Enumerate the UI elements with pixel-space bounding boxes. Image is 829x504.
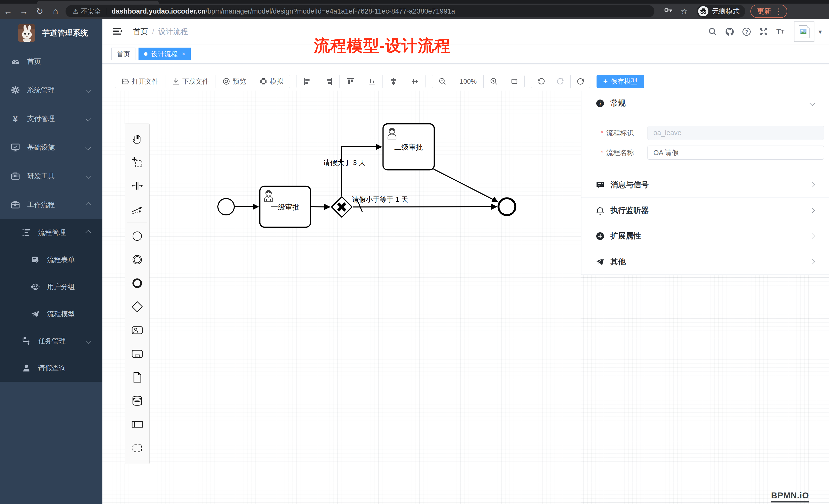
create-call-activity[interactable] (125, 342, 149, 365)
field-label: 流程标识 (606, 128, 643, 138)
section-message-signal[interactable]: 消息与信号 (581, 172, 829, 198)
global-connect-tool[interactable] (125, 197, 149, 221)
create-intermediate-event[interactable] (125, 248, 149, 271)
back-icon[interactable]: ← (0, 6, 16, 16)
required-marker: * (601, 149, 606, 157)
align-left-icon[interactable] (296, 75, 318, 88)
github-icon[interactable] (721, 27, 738, 37)
address-bar[interactable]: ⚠ 不安全 dashboard.yudao.iocoder.cn /bpm/ma… (66, 5, 654, 17)
breadcrumb-home[interactable]: 首页 (133, 27, 148, 37)
create-group[interactable] (125, 436, 149, 460)
required-marker: * (601, 129, 606, 137)
chevron-right-icon (809, 259, 815, 264)
create-end-event[interactable] (125, 271, 149, 295)
font-size-icon[interactable]: TT (772, 27, 789, 36)
incognito-badge: 无痕模式 (697, 5, 745, 18)
section-other[interactable]: 其他 (581, 249, 829, 274)
update-button[interactable]: 更新 ⋮ (750, 5, 787, 18)
zoom-in-button[interactable] (483, 75, 504, 88)
form-icon (31, 255, 40, 264)
svg-text:i: i (599, 100, 601, 107)
space-tool[interactable] (125, 174, 149, 197)
avatar[interactable] (794, 22, 815, 42)
fit-viewport-button[interactable] (504, 75, 524, 88)
section-execution-listener[interactable]: 执行监听器 (581, 198, 829, 223)
sidebar-submenu: 流程管理 流程表单 用户分组 流程模型 任务管理 请假 (0, 219, 102, 382)
process-name-input[interactable] (647, 146, 824, 160)
sidebar-item-infra[interactable]: 基础设施 (0, 133, 102, 162)
app-logo[interactable]: 芋道管理系统 (0, 19, 102, 47)
align-center-v-icon[interactable] (404, 75, 426, 88)
hand-tool[interactable] (125, 127, 149, 150)
tab-home[interactable]: 首页 (111, 48, 136, 61)
create-data-store[interactable] (125, 389, 149, 413)
bpmn-palette (125, 124, 149, 464)
sidebar-item-workflow[interactable]: 工作流程 (0, 190, 102, 219)
process-key-input[interactable] (647, 126, 824, 140)
browser-menu-icon[interactable]: ⋮ (775, 7, 783, 16)
home-icon[interactable]: ⌂ (48, 6, 64, 16)
create-gateway[interactable] (125, 295, 149, 318)
bpmn-io-watermark[interactable]: BPMN.iO (771, 491, 809, 502)
create-start-event[interactable] (125, 224, 149, 248)
browser-chrome: ← → ↻ ⌂ ⚠ 不安全 dashboard.yudao.iocoder.cn… (0, 0, 829, 19)
sidebar-item-task-mgmt[interactable]: 任务管理 (0, 327, 102, 355)
align-center-h-icon[interactable] (383, 75, 404, 88)
sidebar-item-process-mgmt[interactable]: 流程管理 (0, 219, 102, 246)
sidebar-item-process-form[interactable]: 流程表单 (0, 246, 102, 273)
create-user-task[interactable] (125, 318, 149, 342)
bookmark-star-icon[interactable]: ☆ (681, 6, 688, 16)
create-data-object[interactable] (125, 365, 149, 389)
download-file-button[interactable]: 下载文件 (165, 75, 216, 88)
preview-button[interactable]: 预览 (216, 75, 253, 88)
sidebar-item-devtools[interactable]: 研发工具 (0, 162, 102, 190)
tab-design-process[interactable]: 设计流程 × (139, 48, 191, 61)
tab-label: 设计流程 (151, 50, 178, 59)
canvas-fade (102, 90, 581, 504)
save-model-button[interactable]: + 保存模型 (597, 75, 644, 88)
undo-icon[interactable] (531, 75, 551, 88)
align-right-icon[interactable] (318, 75, 339, 88)
close-icon[interactable]: × (182, 50, 185, 57)
sidebar-item-process-model[interactable]: 流程模型 (0, 300, 102, 327)
align-top-icon[interactable] (339, 75, 361, 88)
search-icon[interactable] (704, 27, 721, 36)
sidebar-item-label: 流程表单 (47, 255, 75, 264)
zoom-out-button[interactable] (432, 75, 453, 88)
sidebar-item-payment[interactable]: ¥ 支付管理 (0, 104, 102, 133)
paper-plane-icon (31, 309, 40, 318)
chevron-right-icon (809, 233, 815, 239)
caret-down-icon[interactable]: ▾ (819, 28, 822, 36)
section-label: 执行监听器 (610, 205, 649, 216)
simulate-button[interactable]: 模拟 (253, 75, 290, 88)
hamburger-icon[interactable] (113, 27, 122, 36)
plus-icon: + (603, 77, 608, 86)
open-file-button[interactable]: 打开文件 (115, 75, 165, 88)
forward-icon[interactable]: → (16, 6, 32, 16)
sidebar-item-label: 系统管理 (27, 85, 55, 95)
security-label[interactable]: 不安全 (81, 7, 101, 16)
tags-view-bar: 首页 设计流程 × (102, 44, 829, 64)
sidebar-item-user-group[interactable]: 用户分组 (0, 273, 102, 300)
sidebar-item-leave-query[interactable]: 请假查询 (0, 355, 102, 382)
reload-icon[interactable]: ↻ (32, 6, 48, 16)
create-participant[interactable] (125, 413, 149, 436)
password-key-icon[interactable] (663, 6, 673, 16)
sidebar-item-home[interactable]: 首页 (0, 47, 102, 76)
sidebar-item-system[interactable]: 系统管理 (0, 76, 102, 104)
tab-label: 首页 (117, 50, 130, 59)
field-label: 流程名称 (606, 148, 643, 157)
section-label: 扩展属性 (610, 231, 641, 241)
section-general[interactable]: i 常规 (581, 90, 829, 116)
section-extended-attrs[interactable]: 扩展属性 (581, 223, 829, 249)
info-icon: i (596, 99, 605, 108)
palette-separator (127, 223, 147, 223)
browser-active-tab[interactable] (37, 1, 159, 4)
lasso-tool[interactable] (125, 150, 149, 174)
redo-icon[interactable] (551, 75, 570, 88)
restart-icon[interactable] (570, 75, 590, 88)
help-icon[interactable]: ? (738, 27, 755, 36)
dashboard-icon (11, 57, 20, 66)
align-bottom-icon[interactable] (361, 75, 383, 88)
fullscreen-icon[interactable] (755, 27, 772, 36)
